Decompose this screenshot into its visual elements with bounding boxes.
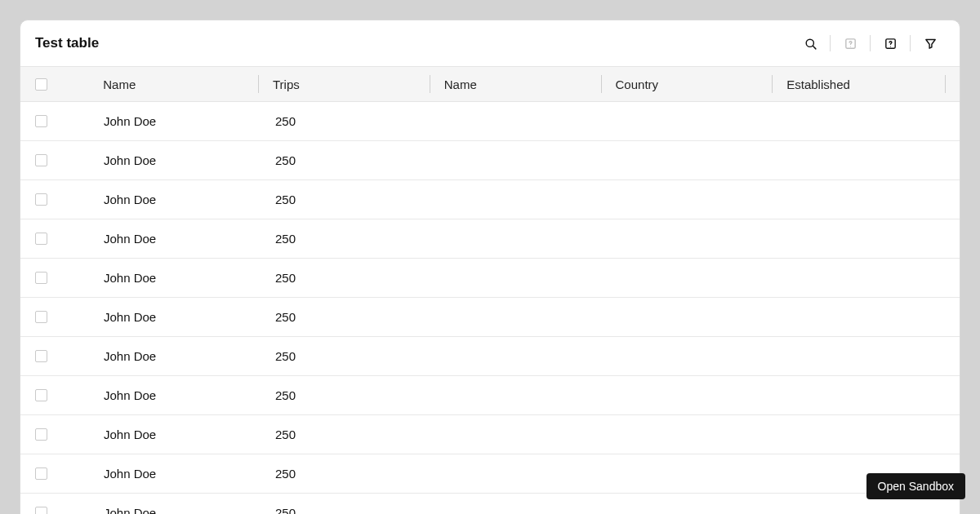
toolbar-separator [910, 35, 911, 51]
row-check-cell [20, 415, 89, 454]
cell-name2 [434, 298, 607, 336]
cell-name: John Doe [89, 415, 261, 454]
row-check-cell [20, 337, 89, 375]
cell-name: John Doe [89, 376, 261, 414]
column-header-established[interactable]: Established [772, 67, 945, 101]
column-label: Trips [273, 78, 300, 91]
table-row[interactable]: John Doe250 [20, 415, 960, 454]
cell-name2 [434, 102, 607, 140]
table-header-row: Name Trips Name Country Established [20, 66, 960, 102]
cell-country [607, 219, 780, 258]
table-row[interactable]: John Doe250 [20, 298, 960, 337]
table-row[interactable]: John Doe250 [20, 102, 960, 141]
select-all-checkbox[interactable] [35, 78, 47, 91]
cell-name2 [434, 219, 607, 258]
cell-text: John Doe [104, 153, 156, 167]
cell-name2 [434, 337, 607, 375]
table-row[interactable]: John Doe250 [20, 376, 960, 415]
cell-name2 [434, 141, 607, 179]
cell-name: John Doe [89, 259, 261, 297]
column-label: Established [786, 78, 850, 91]
cell-text: John Doe [104, 271, 156, 285]
cell-established [780, 102, 955, 140]
svg-point-3 [849, 46, 850, 47]
cell-country [607, 376, 780, 414]
filter-icon[interactable] [915, 32, 945, 55]
cell-trips: 250 [261, 298, 434, 336]
cell-text: 250 [275, 349, 296, 363]
table-row[interactable]: John Doe250 [20, 141, 960, 180]
cell-text: 250 [275, 232, 296, 246]
cell-name: John Doe [89, 141, 261, 179]
help-icon[interactable] [875, 32, 905, 55]
cell-name2 [434, 494, 607, 514]
cell-country [607, 180, 780, 219]
cell-name2 [434, 376, 607, 414]
cell-established [780, 415, 955, 454]
row-checkbox[interactable] [35, 311, 47, 323]
cell-trips: 250 [261, 337, 434, 375]
cell-text: 250 [275, 271, 296, 285]
column-resize-end [945, 67, 960, 101]
cell-country [607, 102, 780, 140]
cell-name: John Doe [89, 180, 261, 219]
toolbar-separator [830, 35, 831, 51]
column-header-country[interactable]: Country [601, 67, 773, 101]
row-checkbox[interactable] [35, 193, 47, 206]
row-checkbox[interactable] [35, 154, 47, 166]
column-label: Name [444, 78, 477, 91]
cell-text: 250 [275, 310, 296, 324]
cell-established [780, 337, 955, 375]
cell-trips: 250 [261, 494, 434, 514]
toolbar-separator [870, 35, 871, 51]
row-check-cell [20, 376, 89, 414]
cell-text: 250 [275, 467, 296, 481]
row-checkbox[interactable] [35, 467, 47, 480]
row-checkbox[interactable] [35, 350, 47, 362]
row-check-cell [20, 298, 89, 336]
column-header-name[interactable]: Name [88, 67, 258, 101]
cell-name: John Doe [89, 102, 261, 140]
search-icon[interactable] [795, 32, 825, 55]
table-row[interactable]: John Doe250 [20, 454, 960, 494]
cell-trips: 250 [261, 415, 434, 454]
cell-trips: 250 [261, 102, 434, 140]
row-checkbox[interactable] [35, 428, 47, 441]
open-sandbox-button[interactable]: Open Sandbox [866, 473, 965, 499]
select-all-cell [20, 67, 88, 101]
cell-name: John Doe [89, 298, 261, 336]
cell-trips: 250 [261, 141, 434, 179]
table-row[interactable]: John Doe250 [20, 494, 960, 514]
row-check-cell [20, 219, 89, 258]
cell-text: John Doe [104, 388, 156, 402]
table-row[interactable]: John Doe250 [20, 259, 960, 298]
table-row[interactable]: John Doe250 [20, 219, 960, 259]
table-title: Test table [35, 35, 99, 51]
open-sandbox-label: Open Sandbox [878, 480, 954, 493]
column-label: Country [616, 78, 659, 91]
column-header-trips[interactable]: Trips [258, 67, 430, 101]
cell-trips: 250 [261, 219, 434, 258]
table-row[interactable]: John Doe250 [20, 337, 960, 376]
row-checkbox[interactable] [35, 389, 47, 401]
row-check-cell [20, 259, 89, 297]
column-header-name2[interactable]: Name [430, 67, 601, 101]
toolbar [795, 32, 945, 55]
column-label: Name [103, 78, 136, 91]
cell-text: 250 [275, 114, 296, 128]
cell-name2 [434, 415, 607, 454]
card-header: Test table [20, 20, 960, 66]
cell-text: 250 [275, 428, 296, 441]
table-body: John Doe250John Doe250John Doe250John Do… [20, 102, 960, 514]
cell-text: John Doe [104, 310, 156, 324]
cell-trips: 250 [261, 454, 434, 493]
table-row[interactable]: John Doe250 [20, 180, 960, 219]
row-checkbox[interactable] [35, 115, 47, 127]
cell-country [607, 494, 780, 514]
row-checkbox[interactable] [35, 507, 47, 514]
cell-text: 250 [275, 153, 296, 167]
row-checkbox[interactable] [35, 233, 47, 245]
cell-text: 250 [275, 506, 296, 514]
cell-text: John Doe [104, 506, 156, 514]
row-checkbox[interactable] [35, 272, 47, 284]
